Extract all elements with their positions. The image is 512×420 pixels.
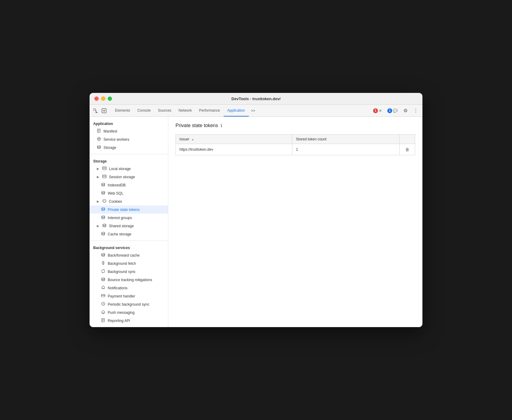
svg-point-22 [103, 286, 103, 286]
expand-session-storage-icon: ▶ [97, 175, 100, 179]
svg-point-17 [102, 216, 105, 217]
devtools-window: DevTools - trusttoken.dev/ Elements [90, 93, 422, 327]
reporting-api-icon [101, 318, 105, 323]
panel-title: Private state tokens ℹ [176, 123, 415, 128]
sidebar-item-bounce-tracking[interactable]: Bounce tracking mitigations [90, 276, 168, 284]
storage-app-label: Storage [103, 146, 116, 150]
private-state-tokens-icon [101, 207, 105, 212]
shared-storage-icon [102, 223, 107, 228]
private-state-tokens-label: Private state tokens [108, 208, 139, 212]
svg-point-16 [102, 208, 105, 209]
svg-point-14 [103, 201, 103, 202]
cell-issuer: https://trusttoken.dev [176, 144, 292, 155]
tab-performance[interactable]: Performance [195, 105, 224, 116]
sidebar-item-local-storage[interactable]: ▶ Local storage [90, 165, 168, 173]
storage-app-icon [97, 145, 101, 150]
sidebar-item-cookies[interactable]: ▶ Cookies [90, 197, 168, 205]
sidebar-item-payment-handler[interactable]: Payment handler [90, 292, 168, 300]
svg-point-19 [102, 232, 105, 233]
tab-sources[interactable]: Sources [154, 105, 175, 116]
svg-point-8 [102, 183, 105, 184]
svg-point-15 [105, 201, 105, 201]
panel-title-text: Private state tokens [176, 123, 218, 128]
panel: Private state tokens ℹ Issuer ▲ Stored t… [168, 117, 422, 327]
maximize-button[interactable] [108, 97, 112, 101]
error-count: 1 [373, 108, 378, 113]
back-forward-cache-label: Back/forward cache [108, 253, 139, 258]
svg-point-18 [103, 224, 106, 225]
local-storage-icon [102, 166, 107, 171]
tab-console[interactable]: Console [134, 105, 154, 116]
cell-delete: 🗑 [400, 144, 415, 155]
indexeddb-label: IndexedDB [108, 183, 126, 187]
title-bar: DevTools - trusttoken.dev/ [90, 93, 422, 105]
svg-point-10 [103, 199, 106, 203]
cell-token-count: 1 [292, 144, 400, 155]
svg-point-12 [105, 200, 105, 201]
cookies-label: Cookies [109, 199, 122, 204]
inspect-icon[interactable] [100, 107, 108, 114]
sidebar-item-session-storage[interactable]: ▶ Session storage [90, 173, 168, 181]
bounce-tracking-label: Bounce tracking mitigations [108, 278, 152, 282]
sidebar-item-manifest[interactable]: Manifest [90, 127, 168, 135]
sort-icon-issuer: ▲ [191, 138, 194, 141]
section-label-storage: Storage [90, 157, 168, 165]
sidebar-item-web-sql[interactable]: Web SQL [90, 189, 168, 197]
indexeddb-icon [101, 182, 105, 188]
sidebar-item-private-state-tokens[interactable]: Private state tokens [90, 205, 168, 214]
info-icon[interactable]: ℹ [221, 123, 222, 128]
warning-badge[interactable]: 1 💬 [386, 108, 399, 114]
minimize-button[interactable] [101, 97, 105, 101]
sidebar-item-periodic-background-sync[interactable]: Periodic background sync [90, 300, 168, 308]
cursor-icon[interactable] [92, 107, 99, 114]
push-messaging-label: Push messaging [108, 310, 135, 315]
sidebar-item-background-fetch[interactable]: Background fetch [90, 259, 168, 267]
sidebar-item-notifications[interactable]: Notifications [90, 284, 168, 292]
sidebar-item-service-workers[interactable]: Service workers [90, 135, 168, 143]
sidebar-item-cache-storage[interactable]: Cache storage [90, 230, 168, 238]
svg-rect-7 [103, 175, 106, 178]
interest-groups-label: Interest groups [108, 216, 132, 220]
more-options-icon[interactable]: ⋮ [412, 107, 420, 115]
notifications-icon [101, 285, 105, 290]
svg-point-5 [97, 146, 100, 147]
close-button[interactable] [94, 97, 99, 101]
sidebar-item-reporting-api[interactable]: Reporting API [90, 317, 168, 325]
tab-bar: Elements Console Sources Network Perform… [90, 105, 422, 117]
column-token-count[interactable]: Stored token count [292, 135, 400, 144]
session-storage-icon [102, 174, 107, 179]
more-tabs-button[interactable]: >> [249, 105, 258, 116]
sidebar-item-background-sync[interactable]: Background sync [90, 267, 168, 276]
settings-icon[interactable]: ⚙ [401, 107, 410, 115]
reporting-api-label: Reporting API [108, 319, 130, 323]
sidebar-item-push-messaging[interactable]: Push messaging [90, 308, 168, 317]
svg-point-9 [102, 191, 105, 192]
expand-shared-storage-icon: ▶ [97, 224, 100, 228]
bounce-tracking-icon [101, 277, 105, 282]
section-label-background-services: Background services [90, 243, 168, 251]
periodic-background-sync-label: Periodic background sync [108, 302, 149, 307]
svg-rect-23 [101, 294, 105, 297]
sidebar-item-back-forward-cache[interactable]: Back/forward cache [90, 251, 168, 259]
tab-elements[interactable]: Elements [111, 105, 134, 116]
toolbar-right: 1 ✕ 1 💬 ⚙ ⋮ [371, 107, 420, 115]
sidebar-item-shared-storage[interactable]: ▶ Shared storage [90, 222, 168, 230]
manifest-label: Manifest [103, 129, 117, 133]
svg-point-4 [98, 138, 100, 139]
column-issuer[interactable]: Issuer ▲ [176, 135, 292, 144]
sidebar-item-indexeddb[interactable]: IndexedDB [90, 181, 168, 189]
periodic-background-sync-icon [101, 302, 105, 307]
sidebar-item-storage-app[interactable]: Storage [90, 143, 168, 152]
section-label-application: Application [90, 119, 168, 127]
error-badge[interactable]: 1 ✕ [371, 108, 384, 114]
service-workers-icon [97, 137, 101, 142]
notifications-label: Notifications [108, 286, 127, 290]
background-fetch-label: Background fetch [108, 261, 136, 266]
sidebar-item-interest-groups[interactable]: Interest groups [90, 214, 168, 222]
tab-application[interactable]: Application [224, 105, 249, 116]
delete-button[interactable]: 🗑 [403, 146, 411, 153]
table-row: https://trusttoken.dev 1 🗑 [176, 144, 415, 155]
tab-network[interactable]: Network [175, 105, 195, 116]
interest-groups-icon [101, 215, 105, 220]
shared-storage-label: Shared storage [109, 224, 134, 228]
